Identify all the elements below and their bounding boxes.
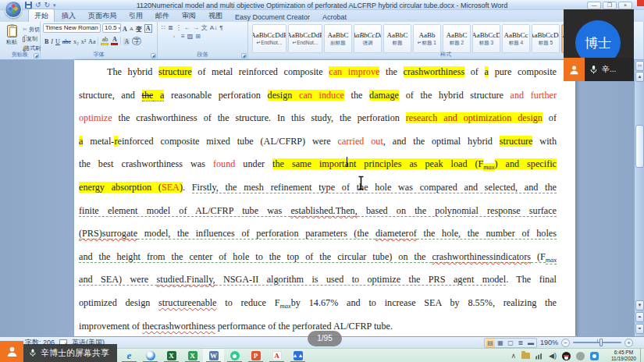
style-card-标题[interactable]: AaBbC标题 bbox=[383, 24, 411, 53]
justify-button[interactable] bbox=[173, 36, 175, 37]
tab-insert[interactable]: 插入 bbox=[56, 9, 81, 22]
align-left-button[interactable] bbox=[162, 36, 163, 37]
taskbar-browser-icon[interactable] bbox=[140, 349, 161, 362]
tray-ime-icon[interactable] bbox=[576, 352, 585, 360]
tray-qq-icon[interactable] bbox=[562, 352, 571, 360]
zoom-out-button[interactable]: − bbox=[561, 339, 570, 347]
shading-button[interactable]: ▨ bbox=[187, 33, 194, 40]
tab-review[interactable]: 审阅 bbox=[176, 9, 201, 22]
zoom-level[interactable]: 190% bbox=[540, 339, 558, 346]
enclose-character-button[interactable]: 字 bbox=[132, 37, 141, 45]
tray-network-icon[interactable] bbox=[535, 353, 543, 360]
bold-button[interactable]: B bbox=[44, 38, 48, 45]
style-card-EndNot[interactable]: AaBbCcDdE↵EndNot... bbox=[252, 24, 286, 53]
highlight-color-button[interactable]: ab bbox=[101, 36, 109, 45]
show-desktop-button[interactable] bbox=[640, 349, 644, 362]
customize-icon[interactable]: ▾ bbox=[53, 2, 56, 9]
decrease-indent-button[interactable]: ← bbox=[184, 24, 190, 31]
style-card-标题2[interactable]: AaBbC标题 2 bbox=[443, 24, 471, 53]
taskbar-blue-app-icon[interactable]: ▲▲ bbox=[287, 349, 308, 362]
document-page[interactable]: The hybrid structure of metal reinforced… bbox=[74, 60, 575, 336]
multilevel-list-button[interactable]: ⋮ bbox=[176, 24, 182, 31]
fullscreen-view-button[interactable]: ▦ bbox=[496, 339, 505, 347]
style-card-标题1[interactable]: AaBb↵标题 1 bbox=[413, 24, 441, 53]
italic-button[interactable]: I bbox=[51, 38, 53, 45]
copy-button[interactable]: 复制 bbox=[23, 35, 37, 43]
superscript-button[interactable]: x² bbox=[81, 38, 86, 45]
close-button[interactable]: × bbox=[618, 2, 632, 9]
subscript-button[interactable]: x₂ bbox=[73, 38, 79, 45]
borders-button[interactable]: ⊞ bbox=[195, 33, 201, 40]
redo-icon[interactable]: ↻ bbox=[44, 2, 51, 9]
minimize-button[interactable]: — bbox=[587, 2, 601, 9]
zoom-in-button[interactable]: + bbox=[624, 339, 633, 347]
web-layout-view-button[interactable]: ▢ bbox=[506, 339, 515, 347]
taskbar-acrobat-reader-icon[interactable]: A bbox=[266, 349, 287, 362]
dialog-launcher-icon[interactable]: ◢ bbox=[34, 53, 39, 59]
tray-folder-icon[interactable] bbox=[521, 353, 530, 359]
maximize-button[interactable]: ❒ bbox=[603, 2, 617, 9]
sort-button[interactable]: A↓ bbox=[210, 24, 217, 31]
distribute-button[interactable] bbox=[177, 36, 179, 37]
scroll-up-icon[interactable]: ▲ bbox=[635, 72, 644, 82]
style-card-标题5[interactable]: AaBbCcDd标题 5 bbox=[532, 24, 560, 53]
align-right-button[interactable] bbox=[169, 36, 171, 37]
dialog-launcher-icon[interactable]: ◢ bbox=[151, 53, 156, 59]
font-size-select[interactable]: 10.5▼ bbox=[102, 23, 121, 33]
bullet-list-button[interactable]: ∷ bbox=[162, 24, 165, 31]
taskbar-ie-icon[interactable]: e bbox=[119, 349, 140, 362]
tray-chevron-up-icon[interactable]: ∧ bbox=[511, 349, 516, 362]
taskbar-clock[interactable]: 6:45 PM 11/19/2020 bbox=[611, 350, 636, 362]
taskbar-excel-dark-icon[interactable]: X bbox=[161, 349, 182, 362]
scroll-down-icon[interactable]: ▼ bbox=[635, 300, 644, 311]
char-border-button[interactable]: A bbox=[144, 24, 152, 33]
taskbar-powerpoint-icon[interactable]: P bbox=[245, 349, 266, 362]
print-layout-view-button[interactable]: ▤ bbox=[486, 339, 495, 347]
ruler-toggle-icon[interactable]: ▭ bbox=[635, 61, 644, 71]
paste-button[interactable]: 粘贴 bbox=[2, 23, 21, 51]
shrink-font-button[interactable]: A bbox=[130, 26, 133, 33]
cjk-layout-button[interactable]: 文 bbox=[201, 24, 208, 31]
align-center-button[interactable] bbox=[165, 36, 167, 37]
scrollbar-thumb[interactable] bbox=[635, 125, 644, 168]
outline-view-button[interactable]: ≣ bbox=[516, 339, 525, 347]
grow-font-button[interactable]: A bbox=[123, 26, 127, 33]
font-family-select[interactable]: Times New Roman▼ bbox=[43, 23, 101, 33]
zoom-slider[interactable] bbox=[573, 342, 621, 343]
office-button[interactable] bbox=[5, 1, 22, 18]
style-card-EndNot[interactable]: AaBbCcDdE↵EndNot... bbox=[288, 24, 322, 53]
tab-easy-document-creator[interactable]: Easy Document Creator bbox=[229, 12, 315, 22]
tab-acrobat[interactable]: Acrobat bbox=[317, 12, 352, 22]
tab-home[interactable]: 开始 bbox=[28, 9, 55, 22]
tab-view[interactable]: 视图 bbox=[203, 9, 228, 22]
save-icon[interactable] bbox=[25, 2, 32, 9]
underline-button[interactable]: U bbox=[55, 38, 60, 45]
tray-volume-icon[interactable]: ◀) bbox=[549, 352, 557, 360]
tab-page-layout[interactable]: 页面布局 bbox=[83, 9, 122, 22]
number-list-button[interactable]: ≣ bbox=[168, 24, 173, 31]
undo-icon[interactable]: ↺ bbox=[35, 2, 41, 9]
dialog-launcher-icon[interactable]: ◢ bbox=[241, 53, 247, 59]
draft-view-button[interactable]: ▬ bbox=[526, 339, 535, 347]
tray-messenger-icon[interactable] bbox=[590, 352, 599, 360]
change-case-button[interactable]: Aa bbox=[88, 38, 95, 45]
line-spacing-button[interactable]: ≡ bbox=[181, 33, 185, 40]
vertical-scrollbar[interactable]: ▭ ▲ ▼ ⏶ ⏷ bbox=[634, 60, 644, 336]
char-shading-button[interactable]: A bbox=[123, 38, 130, 45]
pinyin-guide-button[interactable]: 变 bbox=[136, 26, 142, 33]
tab-mailings[interactable]: 邮件 bbox=[150, 9, 175, 22]
style-card-强调[interactable]: AaBbCcDd强调 bbox=[354, 24, 382, 53]
cut-button[interactable]: ✂剪切 bbox=[23, 26, 37, 34]
show-marks-button[interactable]: ¶ bbox=[219, 24, 222, 31]
increase-indent-button[interactable]: → bbox=[193, 24, 199, 31]
screen-share-chip[interactable]: 辛博士的屏幕共享 bbox=[0, 341, 117, 362]
next-page-icon[interactable]: ⏷ bbox=[635, 324, 644, 334]
video-call-window[interactable]: 博士 辛... bbox=[564, 9, 634, 81]
style-card-副标题[interactable]: AaBbC副标题 bbox=[324, 24, 352, 53]
taskbar-green-app-icon[interactable] bbox=[224, 349, 245, 362]
font-color-button[interactable]: A bbox=[111, 36, 118, 45]
tab-references[interactable]: 引用 bbox=[123, 9, 148, 22]
zoom-slider-thumb[interactable] bbox=[600, 339, 603, 346]
style-card-标题4[interactable]: AaBbCc标题 4 bbox=[502, 24, 530, 53]
taskbar-excel-icon[interactable]: X bbox=[182, 349, 203, 362]
